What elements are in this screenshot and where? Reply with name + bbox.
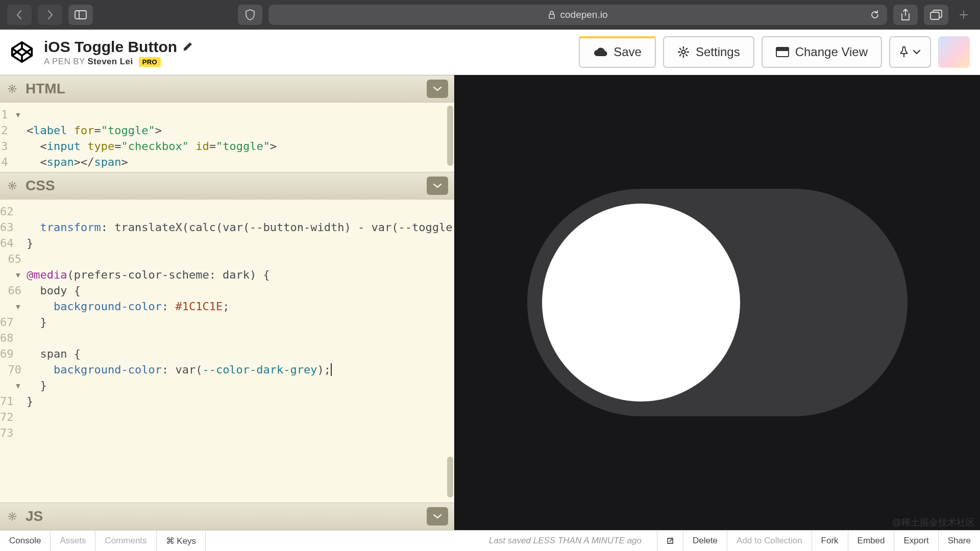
html-editor[interactable]: 1 ▾ 2 3 4 <label for="toggle"> <input ty…: [0, 103, 454, 172]
workspace: HTML 1 ▾ 2 3 4 <label for="toggle"> <inp…: [0, 75, 980, 530]
author-link[interactable]: Steven Lei: [88, 57, 133, 66]
svg-rect-2: [549, 14, 554, 18]
share-button[interactable]: [893, 5, 918, 25]
gear-icon: [8, 181, 17, 190]
css-panel-menu[interactable]: [427, 177, 448, 195]
shield-icon: [245, 9, 255, 20]
forward-button[interactable]: [38, 5, 62, 25]
save-status: Last saved LESS THAN A MINUTE ago: [489, 536, 657, 546]
svg-point-8: [11, 185, 14, 187]
comments-tab[interactable]: Comments: [95, 531, 156, 551]
chevron-down-icon: [433, 183, 442, 188]
reload-icon: [870, 10, 880, 20]
css-editor[interactable]: 62 63 64 65 ▾ 66 ▾ 67 68 69 70 ▾ 71 72 7…: [0, 199, 454, 503]
gear-icon: [8, 512, 17, 521]
codepen-logo-icon: [10, 40, 34, 64]
reload-button[interactable]: [870, 10, 880, 20]
layout-icon: [776, 47, 789, 57]
gear-icon: [677, 46, 690, 58]
lock-icon: [548, 10, 555, 19]
scrollbar[interactable]: [447, 106, 453, 166]
open-new-window-button[interactable]: [657, 531, 683, 551]
panel-header-css: CSS: [0, 172, 454, 199]
share-footer-button[interactable]: Share: [938, 531, 980, 551]
gutter: 1 ▾ 2 3 4: [0, 107, 27, 172]
app-header: iOS Toggle Button A PEN BY Steven Lei PR…: [0, 30, 980, 75]
console-tab[interactable]: Console: [0, 531, 51, 551]
sidebar-icon: [75, 10, 87, 19]
privacy-report-button[interactable]: [238, 5, 262, 25]
url-bar[interactable]: codepen.io: [268, 5, 887, 25]
svg-point-4: [681, 51, 685, 54]
url-text: codepen.io: [560, 9, 608, 20]
panel-header-js: JS: [0, 503, 454, 530]
share-icon: [900, 9, 911, 21]
new-tab-button[interactable]: [954, 0, 973, 30]
export-button[interactable]: Export: [894, 531, 938, 551]
external-icon: [666, 536, 675, 545]
fork-button[interactable]: Fork: [812, 531, 848, 551]
panel-label: JS: [26, 508, 43, 524]
byline-prefix: A PEN BY: [44, 57, 85, 66]
pen-title[interactable]: iOS Toggle Button: [44, 37, 177, 57]
html-panel-menu[interactable]: [427, 80, 448, 98]
pin-menu-button[interactable]: [889, 36, 931, 68]
save-label: Save: [614, 45, 642, 59]
change-view-label: Change View: [795, 45, 868, 59]
tabs-button[interactable]: [924, 5, 948, 25]
gutter: 62 63 64 65 ▾ 66 ▾ 67 68 69 70 ▾ 71 72 7…: [0, 204, 27, 441]
cloud-icon: [593, 47, 607, 57]
pro-badge: PRO: [139, 57, 161, 67]
svg-rect-0: [75, 11, 86, 19]
code-area[interactable]: transform: translateX(calc(var(--button-…: [27, 204, 454, 441]
toggle-knob[interactable]: [542, 204, 740, 402]
edit-icon[interactable]: [182, 41, 193, 52]
chevron-down-icon: [913, 49, 921, 55]
watermark: @稀土掘金技术社区: [892, 516, 975, 529]
panel-header-html: HTML: [0, 75, 454, 103]
svg-rect-3: [930, 12, 939, 19]
add-collection-button[interactable]: Add to Collection: [727, 531, 812, 551]
css-settings-button[interactable]: [6, 180, 18, 192]
toggle-track[interactable]: [527, 189, 908, 416]
panel-label: HTML: [26, 81, 65, 97]
svg-rect-6: [776, 47, 789, 51]
js-settings-button[interactable]: [6, 510, 18, 522]
tabs-icon: [930, 10, 942, 20]
svg-point-9: [11, 515, 14, 518]
title-block: iOS Toggle Button A PEN BY Steven Lei PR…: [44, 37, 193, 67]
save-button[interactable]: Save: [579, 36, 656, 68]
browser-toolbar: codepen.io: [0, 0, 980, 30]
settings-label: Settings: [696, 45, 740, 59]
html-settings-button[interactable]: [6, 83, 18, 95]
code-area[interactable]: <label for="toggle"> <input type="checkb…: [27, 107, 454, 172]
pin-icon: [899, 46, 909, 58]
panel-label: CSS: [26, 178, 55, 194]
keys-tab[interactable]: ⌘ Keys: [157, 531, 206, 551]
footer-bar: Console Assets Comments ⌘ Keys Last save…: [0, 530, 980, 551]
sidebar-toggle-button[interactable]: [68, 5, 93, 25]
back-button[interactable]: [7, 5, 32, 25]
svg-point-7: [11, 88, 14, 90]
codepen-logo[interactable]: [10, 40, 34, 64]
embed-button[interactable]: Embed: [848, 531, 894, 551]
scrollbar[interactable]: [447, 457, 453, 497]
editor-column: HTML 1 ▾ 2 3 4 <label for="toggle"> <inp…: [0, 75, 455, 530]
preview-pane[interactable]: [455, 75, 980, 530]
delete-button[interactable]: Delete: [683, 531, 727, 551]
change-view-button[interactable]: Change View: [762, 36, 882, 68]
chevron-down-icon: [433, 86, 442, 91]
chevron-right-icon: [46, 10, 54, 20]
settings-button[interactable]: Settings: [663, 36, 754, 68]
chevron-left-icon: [15, 10, 23, 20]
assets-tab[interactable]: Assets: [51, 531, 95, 551]
plus-icon: [960, 11, 968, 19]
gear-icon: [8, 84, 17, 93]
avatar[interactable]: [938, 36, 970, 68]
js-panel-menu[interactable]: [427, 507, 448, 525]
chevron-down-icon: [433, 514, 442, 519]
